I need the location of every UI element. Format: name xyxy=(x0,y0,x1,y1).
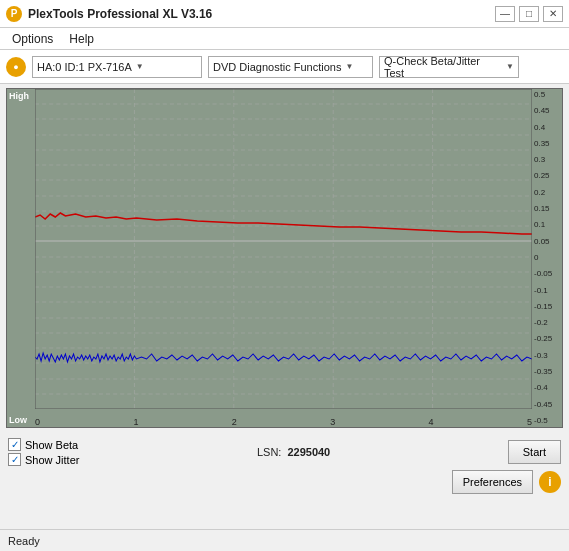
show-jitter-label: Show Jitter xyxy=(25,454,79,466)
y-label-14: -0.2 xyxy=(534,319,560,327)
y-label-20: -0.5 xyxy=(534,417,560,425)
x-label-0: 0 xyxy=(35,417,40,427)
prefs-info-row: Preferences i xyxy=(452,470,561,494)
y-label-15: -0.25 xyxy=(534,335,560,343)
menu-bar: Options Help xyxy=(0,28,569,50)
y-axis-right: 0.5 0.45 0.4 0.35 0.3 0.25 0.2 0.15 0.1 … xyxy=(532,89,562,427)
y-label-9: 0.05 xyxy=(534,238,560,246)
x-label-3: 3 xyxy=(330,417,335,427)
y-label-13: -0.15 xyxy=(534,303,560,311)
show-jitter-checkbox[interactable] xyxy=(8,453,21,466)
drive-icon: ● xyxy=(6,57,26,77)
y-label-1: 0.45 xyxy=(534,107,560,115)
test-dropdown[interactable]: Q-Check Beta/Jitter Test ▼ xyxy=(379,56,519,78)
info-button[interactable]: i xyxy=(539,471,561,493)
minimize-button[interactable]: — xyxy=(495,6,515,22)
beta-line xyxy=(35,213,532,234)
y-label-7: 0.15 xyxy=(534,205,560,213)
show-beta-checkbox[interactable] xyxy=(8,438,21,451)
svg-rect-24 xyxy=(35,89,532,409)
maximize-button[interactable]: □ xyxy=(519,6,539,22)
bottom-panel: Show Beta Show Jitter LSN: 2295040 Start… xyxy=(0,432,569,500)
y-label-16: -0.3 xyxy=(534,352,560,360)
title-bar-controls: — □ ✕ xyxy=(495,6,563,22)
y-label-4: 0.3 xyxy=(534,156,560,164)
checkbox-area: Show Beta Show Jitter xyxy=(8,438,79,466)
show-jitter-row: Show Jitter xyxy=(8,453,79,466)
x-label-4: 4 xyxy=(429,417,434,427)
test-label: Q-Check Beta/Jitter Test xyxy=(384,55,502,79)
status-text: Ready xyxy=(8,535,40,547)
y-label-10: 0 xyxy=(534,254,560,262)
drive-dropdown-arrow: ▼ xyxy=(136,62,144,71)
start-button[interactable]: Start xyxy=(508,440,561,464)
y-label-8: 0.1 xyxy=(534,221,560,229)
drive-dropdown[interactable]: HA:0 ID:1 PX-716A ▼ xyxy=(32,56,202,78)
chart-low-label: Low xyxy=(9,415,27,425)
y-label-17: -0.35 xyxy=(534,368,560,376)
title-bar: P PlexTools Professional XL V3.16 — □ ✕ xyxy=(0,0,569,28)
app-logo-icon: P xyxy=(6,6,22,22)
menu-help[interactable]: Help xyxy=(61,30,102,48)
y-label-2: 0.4 xyxy=(534,124,560,132)
jitter-line xyxy=(35,353,532,362)
function-dropdown[interactable]: DVD Diagnostic Functions ▼ xyxy=(208,56,373,78)
y-label-5: 0.25 xyxy=(534,172,560,180)
app-title: PlexTools Professional XL V3.16 xyxy=(28,7,212,21)
show-beta-row: Show Beta xyxy=(8,438,79,451)
close-button[interactable]: ✕ xyxy=(543,6,563,22)
menu-options[interactable]: Options xyxy=(4,30,61,48)
status-bar: Ready xyxy=(0,529,569,551)
lsn-value: 2295040 xyxy=(287,446,330,458)
y-label-3: 0.35 xyxy=(534,140,560,148)
x-label-1: 1 xyxy=(133,417,138,427)
show-beta-label: Show Beta xyxy=(25,439,78,451)
chart-area: High Low xyxy=(6,88,563,428)
x-label-2: 2 xyxy=(232,417,237,427)
x-label-5: 5 xyxy=(527,417,532,427)
y-label-19: -0.45 xyxy=(534,401,560,409)
function-dropdown-arrow: ▼ xyxy=(345,62,353,71)
function-label: DVD Diagnostic Functions xyxy=(213,61,341,73)
x-axis: 0 1 2 3 4 5 xyxy=(35,409,532,427)
test-dropdown-arrow: ▼ xyxy=(506,62,514,71)
y-label-11: -0.05 xyxy=(534,270,560,278)
preferences-button[interactable]: Preferences xyxy=(452,470,533,494)
y-label-12: -0.1 xyxy=(534,287,560,295)
chart-svg xyxy=(35,89,532,409)
lsn-area: LSN: 2295040 xyxy=(257,446,330,458)
y-label-0: 0.5 xyxy=(534,91,560,99)
drive-label: HA:0 ID:1 PX-716A xyxy=(37,61,132,73)
toolbar: ● HA:0 ID:1 PX-716A ▼ DVD Diagnostic Fun… xyxy=(0,50,569,84)
y-label-18: -0.4 xyxy=(534,384,560,392)
chart-high-label: High xyxy=(9,91,29,101)
y-label-6: 0.2 xyxy=(534,189,560,197)
lsn-label: LSN: xyxy=(257,446,281,458)
